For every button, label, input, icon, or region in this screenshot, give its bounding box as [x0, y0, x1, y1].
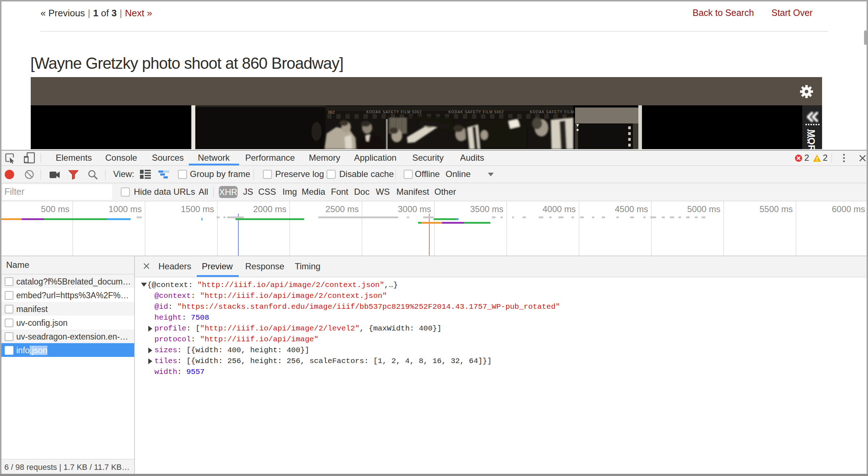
svg-text:062: 062 [328, 110, 335, 114]
svg-text:MORE INFO: MORE INFO [806, 130, 817, 149]
svg-text:KODAK SAFETY FILM: KODAK SAFETY FILM [530, 110, 574, 114]
svg-text:KODAK SAFETY FILM 5062: KODAK SAFETY FILM 5062 [448, 110, 504, 114]
svg-text:KODAK SAFETY FILM 5062: KODAK SAFETY FILM 5062 [366, 110, 422, 114]
